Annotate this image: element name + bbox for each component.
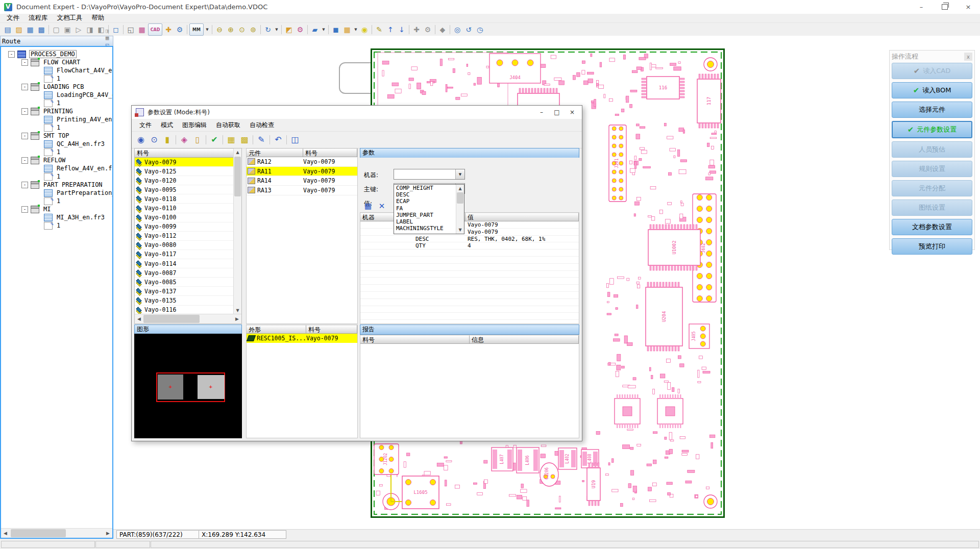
toolbar-machine-gear-icon[interactable]: ⚙: [295, 24, 305, 35]
tree-item[interactable]: PartPreparation_: [1, 189, 112, 197]
toolbar-zoom-window-icon[interactable]: ⊙: [237, 24, 247, 35]
tree-item[interactable]: 1: [1, 123, 112, 132]
tree-item[interactable]: Reflow_A4V_en.fr: [1, 164, 112, 172]
report-info-header[interactable]: 信息: [470, 335, 579, 344]
dialog-toolbar-layers-icon[interactable]: ◈: [178, 134, 190, 146]
tree-item[interactable]: -PRINTING: [1, 107, 112, 115]
part-list-item[interactable]: Vayo-0114: [135, 259, 234, 268]
toolbar-new-icon[interactable]: ▤: [3, 24, 13, 35]
dialog-toolbar-component-body-icon[interactable]: ▮: [161, 134, 174, 146]
scroll-right-icon[interactable]: ▶: [233, 314, 241, 323]
flow-button-人员预估[interactable]: 人员预估: [892, 141, 972, 158]
flow-button-图纸设置[interactable]: 图纸设置: [892, 199, 972, 216]
menu-流程库[interactable]: 流程库: [24, 14, 53, 22]
param-grid-row[interactable]: [360, 292, 579, 299]
shape-column-header[interactable]: 外形: [247, 325, 306, 334]
tree-item[interactable]: 1: [1, 221, 112, 230]
scroll-down-icon[interactable]: ▼: [234, 307, 241, 314]
toolbar-board-icon[interactable]: ◩: [284, 24, 294, 35]
dialog-maximize-button[interactable]: □: [549, 107, 565, 117]
tree-expander-icon[interactable]: -: [21, 157, 28, 164]
toolbar-probe-icon[interactable]: ✚: [411, 24, 422, 35]
component-row[interactable]: RA12Vayo-0079: [247, 157, 357, 167]
toolbar-export-page-icon[interactable]: ◱: [126, 24, 136, 35]
save-param-button[interactable]: ▦: [362, 201, 374, 211]
tree-item[interactable]: 1: [1, 99, 112, 107]
dialog-titlebar[interactable]: 参数设置 (Mode:料号) – □ ×: [132, 106, 582, 119]
scroll-thumb[interactable]: [11, 529, 66, 537]
machine-combobox[interactable]: ▼: [394, 169, 465, 180]
toolbar-move-down-icon[interactable]: ↓: [397, 24, 407, 35]
dialog-toolbar-find-part-icon[interactable]: ◉: [135, 134, 147, 146]
dropdown-option[interactable]: COMP_HEIGHT: [394, 185, 456, 191]
toolbar-refresh-icon[interactable]: ↺: [463, 24, 474, 35]
part-list-item[interactable]: Vayo-0118: [135, 194, 234, 204]
scroll-left-icon[interactable]: ◀: [135, 314, 143, 323]
dropdown-option[interactable]: ECAP: [394, 198, 456, 205]
tree-item[interactable]: Printing_A4V_en.: [1, 115, 112, 123]
tree-item[interactable]: -FLOW CHART: [1, 58, 112, 66]
dialog-minimize-button[interactable]: –: [534, 107, 549, 117]
part-list-hscrollbar[interactable]: ◀ ▶: [135, 314, 241, 323]
tree-item[interactable]: -PROCESS_DEMO: [1, 50, 112, 58]
toolbar-history-icon[interactable]: ◷: [475, 24, 485, 35]
toolbar-rotate-icon[interactable]: ↻: [263, 24, 273, 35]
tree-item[interactable]: -MI: [1, 205, 112, 213]
tree-item[interactable]: -SMT TOP: [1, 132, 112, 140]
part-list-item[interactable]: Vayo-0079: [135, 158, 234, 167]
part-list-item[interactable]: Vayo-0087: [135, 268, 234, 278]
toolbar-align-icon[interactable]: ✚: [163, 24, 174, 35]
dialog-toolbar-save-db-icon[interactable]: ▩: [238, 134, 251, 146]
dialog-toolbar-exit-icon[interactable]: ◫: [289, 134, 301, 146]
scroll-up-icon[interactable]: ▲: [234, 148, 241, 156]
toolbar-send-icon[interactable]: ▷: [74, 24, 84, 35]
part-list-item[interactable]: Vayo-0117: [135, 250, 234, 259]
dropdown-option[interactable]: LABEL: [394, 218, 456, 225]
tree-item[interactable]: -LOADING PCB: [1, 83, 112, 91]
toolbar-open-icon[interactable]: ▨: [14, 24, 24, 35]
dialog-toolbar-save-icon[interactable]: ▦: [225, 134, 237, 146]
toolbar-target-icon[interactable]: ◎: [452, 24, 462, 35]
dialog-toolbar-zoom-part-icon[interactable]: ⊙: [148, 134, 160, 146]
part-list-item[interactable]: Vayo-0110: [135, 204, 234, 213]
dropdown-option[interactable]: DESC: [394, 191, 456, 198]
restore-button[interactable]: [933, 0, 957, 14]
flow-button-选择元件[interactable]: 选择元件: [892, 102, 972, 118]
component-row[interactable]: RA14Vayo-0079: [247, 176, 357, 186]
minimize-button[interactable]: –: [910, 0, 933, 14]
part-list-item[interactable]: Vayo-0120: [135, 176, 234, 185]
report-part-header[interactable]: 料号: [360, 335, 470, 344]
scroll-up-icon[interactable]: ▲: [456, 185, 464, 192]
tree-expander-icon[interactable]: -: [21, 182, 28, 188]
toolbar-preview-icon[interactable]: ◻: [111, 24, 121, 35]
tree-item[interactable]: FlowChart_A4V_en: [1, 66, 112, 74]
part-list-item[interactable]: Vayo-0095: [135, 185, 234, 194]
toolbar-pcb-view-icon[interactable]: ◼: [331, 24, 341, 35]
dialog-menu-自动检查[interactable]: 自动检查: [245, 121, 279, 130]
tree-item[interactable]: 1: [1, 172, 112, 181]
part-column-header[interactable]: 料号: [306, 325, 357, 334]
toolbar-tools-icon[interactable]: ⚙: [423, 24, 433, 35]
scroll-right-icon[interactable]: ▶: [104, 529, 112, 538]
close-button[interactable]: ×: [957, 0, 980, 14]
toolbar-table-view-icon[interactable]: ▦: [342, 24, 352, 35]
dropdown-option[interactable]: MACHININGSTYLE: [394, 225, 456, 232]
toolbar-units-dropdown-icon[interactable]: ▼: [205, 28, 210, 32]
scroll-thumb[interactable]: [143, 315, 200, 323]
delete-param-button[interactable]: ✕: [376, 201, 387, 211]
part-list-header[interactable]: 料号: [135, 148, 234, 158]
param-grid-row[interactable]: [360, 271, 579, 278]
scroll-thumb[interactable]: [457, 192, 463, 204]
toolbar-table-view-dropdown-icon[interactable]: ▼: [353, 28, 358, 32]
tree-expander-icon[interactable]: -: [21, 84, 28, 90]
param-grid-row[interactable]: [360, 257, 579, 264]
tree-item[interactable]: 1: [1, 197, 112, 205]
part-list-item[interactable]: Vayo-0125: [135, 167, 234, 176]
route-import-icon[interactable]: ◨: [103, 27, 111, 34]
tree-item[interactable]: MI_A3H_en.fr3: [1, 213, 112, 221]
toolbar-brush-dropdown-icon[interactable]: ▼: [321, 28, 326, 32]
toolbar-zoom-fit-icon[interactable]: ⊚: [248, 24, 258, 35]
param-grid-row[interactable]: [360, 313, 579, 320]
tree-expander-icon[interactable]: -: [21, 133, 28, 139]
param-grid-row[interactable]: [360, 299, 579, 306]
